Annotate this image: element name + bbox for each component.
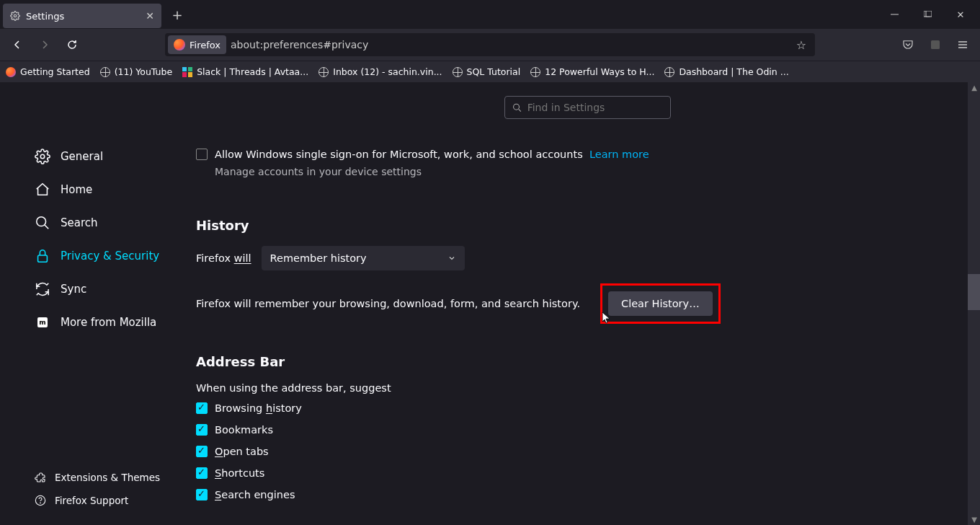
gear-icon [35,149,50,164]
link-label: Extensions & Themes [55,472,160,483]
url-bar[interactable]: Firefox about:preferences#privacy ☆ [165,33,815,56]
url-text: about:preferences#privacy [231,39,368,50]
globe-icon [453,67,463,77]
svg-rect-13 [38,255,48,262]
sso-hint: Manage accounts in your device settings [215,166,980,177]
addressbar-subtitle: When using the address bar, suggest [196,382,980,394]
bookmark-item[interactable]: 12 Powerful Ways to H... [530,66,654,77]
close-icon[interactable]: ✕ [146,10,154,22]
sso-row: Allow Windows single sign-on for Microso… [196,149,980,160]
option-label: Shortcuts [215,467,264,479]
history-desc-row: Firefox will remember your browsing, dow… [196,283,980,324]
svg-point-11 [37,217,46,226]
sidebar-item-privacy[interactable]: Privacy & Security [0,239,173,273]
sidebar-label: Privacy & Security [61,250,159,262]
checkbox[interactable] [196,467,208,479]
option-label: Browsing history [215,402,302,414]
support-link[interactable]: Firefox Support [0,489,173,512]
lock-icon [35,248,50,264]
firefox-icon [6,67,16,77]
sso-checkbox[interactable] [196,149,208,160]
history-label: Firefox will [196,252,251,264]
svg-point-10 [40,154,45,159]
checkbox[interactable] [196,489,208,500]
scroll-thumb[interactable] [968,274,980,310]
sidebar-label: Sync [61,283,86,296]
checkbox[interactable] [196,424,208,436]
sidebar-label: Home [61,183,92,196]
option-label: Search engines [215,489,295,500]
history-title: History [196,218,980,233]
sync-icon [35,281,50,297]
sidebar-item-general[interactable]: General [0,140,173,173]
select-value: Remember history [270,252,367,264]
globe-icon [530,67,540,77]
extensions-link[interactable]: Extensions & Themes [0,466,173,489]
forward-button[interactable] [33,33,56,56]
chevron-down-icon [447,254,456,262]
globe-icon [664,67,674,77]
sidebar-label: More from Mozilla [61,316,156,329]
bookmark-label: SQL Tutorial [467,66,521,77]
opt-bookmarks: Bookmarks [196,424,980,436]
back-button[interactable] [6,33,29,56]
svg-line-12 [45,225,49,229]
close-window-button[interactable]: ✕ [944,3,977,26]
svg-point-0 [14,14,17,17]
new-tab-button[interactable]: + [166,3,189,26]
firefox-icon [174,39,185,50]
sidebar-item-search[interactable]: Search [0,206,173,239]
bookmark-item[interactable]: Dashboard | The Odin ... [664,66,788,77]
extension-icon[interactable] [924,33,947,56]
svg-rect-4 [931,40,940,49]
tab-title: Settings [26,11,140,22]
identity-box[interactable]: Firefox [168,35,226,54]
bookmark-label: Getting Started [20,66,90,77]
svg-point-15 [40,503,41,503]
mozilla-icon: m [35,314,50,330]
sidebar-item-home[interactable]: Home [0,173,173,206]
bookmark-item[interactable]: SQL Tutorial [453,66,521,77]
opt-shortcuts: Shortcuts [196,467,980,479]
toolbar: Firefox about:preferences#privacy ☆ [0,29,980,61]
bookmark-label: Inbox (12) - sachin.vin... [333,66,442,77]
search-icon [35,215,50,231]
history-mode-select[interactable]: Remember history [262,246,465,270]
sidebar-item-sync[interactable]: Sync [0,273,173,306]
highlight-box: Clear History… [600,283,721,324]
sidebar-item-more[interactable]: m More from Mozilla [0,306,173,339]
sidebar-label: Search [61,216,98,229]
slack-icon [182,67,192,77]
bookmark-item[interactable]: (11) YouTube [100,66,172,77]
checkbox[interactable] [196,446,208,457]
bookmark-label: 12 Powerful Ways to H... [545,66,654,77]
history-mode-row: Firefox will Remember history [196,246,980,270]
addressbar-options: Browsing history Bookmarks Open tabs Sho… [196,402,980,500]
sidebar: General Home Search Privacy & Security S… [0,82,173,525]
bookmark-item[interactable]: Inbox (12) - sachin.vin... [318,66,442,77]
gear-icon [10,11,20,21]
bookmark-label: Dashboard | The Odin ... [679,66,788,77]
opt-search-engines: Search engines [196,489,980,500]
scroll-up-icon[interactable]: ▲ [971,84,978,92]
bookmark-item[interactable]: Getting Started [6,66,90,77]
home-icon [35,182,50,198]
checkbox[interactable] [196,402,208,414]
bookmark-label: Slack | Threads | Avtaa... [197,66,308,77]
globe-icon [318,67,329,77]
bookmarks-bar: Getting Started (11) YouTube Slack | Thr… [0,61,980,82]
minimize-button[interactable] [878,3,911,26]
puzzle-icon [35,472,46,483]
bookmark-item[interactable]: Slack | Threads | Avtaa... [182,66,308,77]
learn-more-link[interactable]: Learn more [589,149,649,160]
bookmark-label: (11) YouTube [115,66,172,77]
opt-browsing-history: Browsing history [196,402,980,414]
scroll-down-icon[interactable]: ▼ [971,516,978,524]
maximize-button[interactable] [911,3,944,26]
menu-icon[interactable] [951,33,974,56]
reload-button[interactable] [61,33,84,56]
bookmark-star-icon[interactable]: ☆ [796,38,806,52]
clear-history-button[interactable]: Clear History… [608,291,713,316]
tab-settings[interactable]: Settings ✕ [3,4,161,28]
pocket-icon[interactable] [896,33,919,56]
